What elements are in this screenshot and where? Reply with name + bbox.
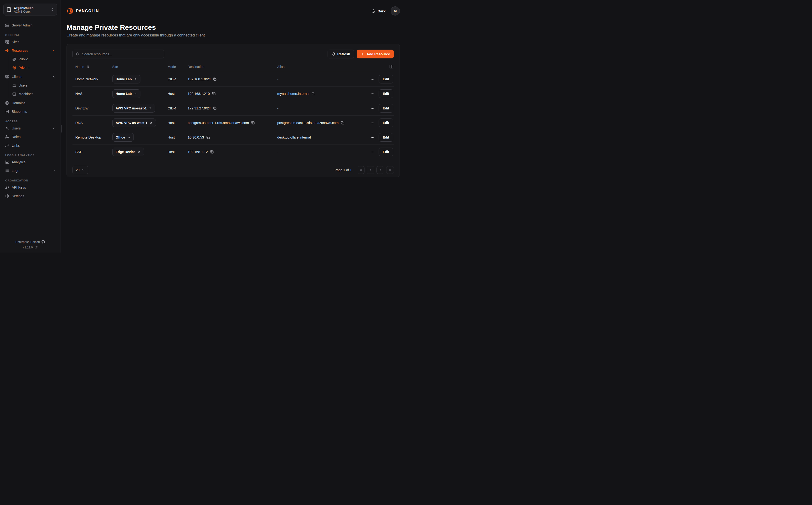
- sidebar-item-settings[interactable]: Settings: [3, 192, 57, 200]
- arrow-up-right-icon: [150, 121, 153, 125]
- chevrons-up-down-icon: [50, 8, 54, 11]
- page-size-select[interactable]: 20: [72, 166, 88, 174]
- sidebar-item-label: Machines: [19, 92, 55, 96]
- users-icon: [5, 135, 9, 139]
- sidebar-item-sites[interactable]: Sites: [3, 38, 57, 46]
- edit-button[interactable]: Edit: [379, 90, 393, 98]
- resource-destination: 10.30.0.53: [188, 135, 204, 139]
- copy-icon[interactable]: [251, 121, 255, 125]
- sidebar-item-client-users[interactable]: Users: [8, 81, 57, 90]
- sidebar-section-general: GENERAL: [3, 34, 57, 36]
- edit-button[interactable]: Edit: [379, 148, 393, 156]
- resource-mode: Host: [168, 121, 184, 125]
- sidebar-item-domains[interactable]: Domains: [3, 99, 57, 107]
- sidebar-resize-handle[interactable]: [61, 125, 61, 133]
- chevron-down-icon: [52, 127, 55, 130]
- sidebar-item-machines[interactable]: Machines: [8, 90, 57, 98]
- page-subtitle: Create and manage resources that are onl…: [66, 33, 400, 37]
- site-link[interactable]: Home Lab: [112, 90, 141, 98]
- copy-icon[interactable]: [312, 92, 315, 96]
- copy-icon[interactable]: [213, 107, 216, 110]
- sidebar-item-private[interactable]: Private: [8, 64, 57, 72]
- brand-wordmark: PANGOLIN: [76, 9, 99, 13]
- site-name: Office: [116, 135, 125, 139]
- row-menu-button[interactable]: [371, 121, 375, 125]
- copy-icon[interactable]: [212, 92, 215, 96]
- sidebar-item-label: Private: [19, 66, 55, 69]
- edit-button[interactable]: Edit: [379, 119, 393, 127]
- globe-icon: [12, 57, 16, 61]
- previous-page-button[interactable]: [367, 166, 374, 174]
- sidebar-item-api-keys[interactable]: API Keys: [3, 183, 57, 191]
- key-icon: [5, 185, 9, 189]
- sidebar-section-access: ACCESS: [3, 120, 57, 123]
- version-line[interactable]: v1.13.0: [23, 246, 37, 249]
- sidebar-item-label: API Keys: [12, 185, 55, 189]
- refresh-button[interactable]: Refresh: [328, 49, 354, 58]
- resource-alias: mynas.home.internal: [277, 92, 310, 96]
- site-link[interactable]: Home Lab: [112, 75, 141, 83]
- resource-alias: -: [277, 77, 278, 81]
- table-row: Home Network Home Lab CIDR 192.168.1.0/2…: [72, 72, 394, 86]
- copy-icon[interactable]: [206, 136, 210, 139]
- edit-button[interactable]: Edit: [379, 133, 393, 142]
- sidebar-item-label: Users: [12, 126, 49, 130]
- row-menu-button[interactable]: [371, 77, 375, 81]
- row-menu-button[interactable]: [371, 150, 375, 154]
- sidebar-item-blueprints[interactable]: Blueprints: [3, 108, 57, 116]
- resource-alias: desktop.office.internal: [277, 135, 311, 139]
- sidebar-item-clients[interactable]: Clients: [3, 73, 57, 81]
- row-menu-button[interactable]: [371, 135, 375, 140]
- sidebar-item-public[interactable]: Public: [8, 55, 57, 63]
- site-link[interactable]: Office: [112, 133, 134, 142]
- sidebar: Organization ACME Corp. Server Admin GEN…: [0, 0, 61, 252]
- arrow-up-right-icon: [127, 136, 131, 139]
- resource-name: SSH: [72, 150, 112, 154]
- first-page-button[interactable]: [357, 166, 365, 174]
- sidebar-item-logs[interactable]: Logs: [3, 167, 57, 175]
- column-visibility-button[interactable]: [389, 64, 393, 69]
- edit-button[interactable]: Edit: [379, 75, 393, 83]
- site-link[interactable]: AWS VPC us-west-1: [112, 119, 156, 127]
- site-link[interactable]: AWS VPC us-east-1: [112, 104, 155, 113]
- receipt-icon: [5, 110, 9, 114]
- search-box: [72, 49, 164, 58]
- sidebar-item-analytics[interactable]: Analytics: [3, 158, 57, 166]
- user-icon: [5, 126, 9, 130]
- org-switcher[interactable]: Organization ACME Corp.: [3, 4, 57, 15]
- sidebar-item-server-admin[interactable]: Server Admin: [3, 21, 57, 29]
- page-head: Manage Private Resources Create and mana…: [66, 23, 400, 37]
- pagination-bar: 20 Page 1 of 1: [72, 159, 394, 177]
- site-link[interactable]: Edge Device: [112, 148, 144, 156]
- row-menu-button[interactable]: [371, 106, 375, 111]
- sidebar-item-links[interactable]: Links: [3, 141, 57, 150]
- sidebar-item-label: Resources: [12, 49, 49, 52]
- sidebar-item-roles[interactable]: Roles: [3, 133, 57, 141]
- edition-line[interactable]: Enterprise Edition: [15, 240, 45, 244]
- table-row: Remote Desktop Office Host 10.30.0.53 de…: [72, 130, 394, 145]
- sort-name-button[interactable]: [86, 65, 89, 68]
- table-row: SSH Edge Device Host 192.168.1.12 - Edit: [72, 145, 394, 159]
- resource-mode: Host: [168, 135, 184, 139]
- building-icon: [6, 7, 11, 12]
- sidebar-item-users[interactable]: Users: [3, 124, 57, 132]
- theme-toggle[interactable]: Dark: [371, 9, 386, 13]
- last-page-button[interactable]: [386, 166, 394, 174]
- combine-icon: [5, 40, 9, 44]
- sidebar-item-resources[interactable]: Resources: [3, 46, 57, 54]
- sidebar-item-label: Domains: [12, 101, 55, 105]
- copy-icon[interactable]: [213, 77, 216, 81]
- server-icon: [12, 92, 16, 96]
- copy-icon[interactable]: [210, 150, 214, 154]
- sidebar-item-label: Roles: [12, 135, 55, 139]
- brand[interactable]: PANGOLIN: [66, 7, 99, 15]
- copy-icon[interactable]: [341, 121, 344, 125]
- user-avatar[interactable]: M: [391, 6, 400, 15]
- chevron-up-icon: [52, 75, 55, 78]
- next-page-button[interactable]: [376, 166, 384, 174]
- search-input[interactable]: [82, 52, 161, 56]
- site-name: AWS VPC us-west-1: [116, 121, 147, 125]
- row-menu-button[interactable]: [371, 92, 375, 96]
- add-resource-button[interactable]: Add Resource: [357, 49, 394, 58]
- edit-button[interactable]: Edit: [379, 104, 393, 113]
